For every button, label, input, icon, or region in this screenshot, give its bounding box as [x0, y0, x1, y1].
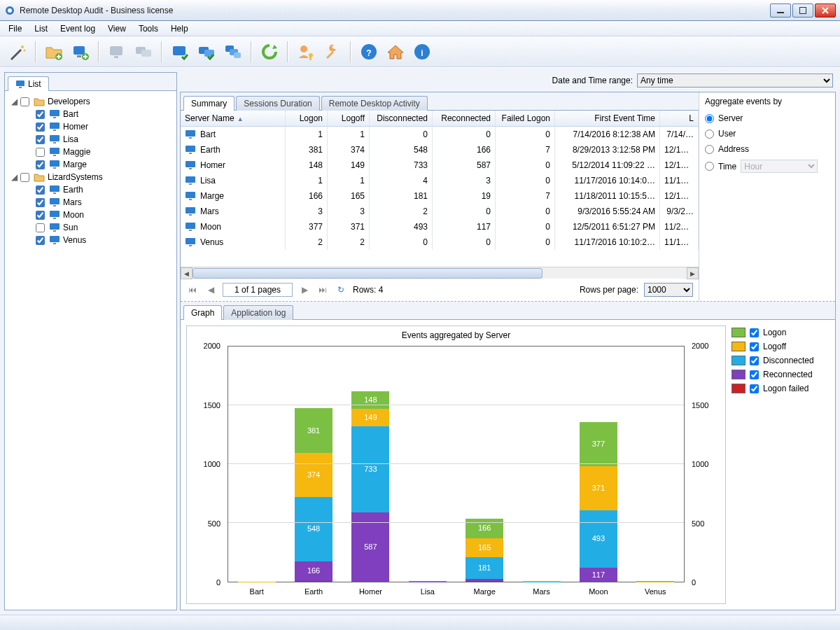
- time-unit-select[interactable]: Hour: [741, 160, 818, 173]
- next-page-button[interactable]: ▶: [298, 284, 311, 296]
- table-body[interactable]: Bart110007/14/2016 8:12:38 AM7/14/…Earth…: [181, 127, 699, 267]
- group-checkbox[interactable]: [20, 173, 29, 182]
- legend-item-disconnected[interactable]: Disconnected: [732, 354, 830, 368]
- scroll-left-icon[interactable]: ◀: [181, 267, 192, 279]
- item-checkbox[interactable]: [36, 236, 45, 245]
- scroll-right-icon[interactable]: ▶: [687, 267, 699, 279]
- aggregate-radio[interactable]: [705, 114, 714, 123]
- tree-item-lisa[interactable]: Lisa: [23, 133, 174, 146]
- prev-page-button[interactable]: ◀: [204, 284, 217, 296]
- horizontal-scrollbar[interactable]: ◀ ▶: [181, 267, 699, 279]
- menu-view[interactable]: View: [102, 22, 132, 35]
- server-tree[interactable]: ◢DevelopersBartHomerLisaMaggieMarge◢Liza…: [5, 91, 176, 610]
- server-check-2-button[interactable]: [195, 40, 218, 64]
- server-grey-1-button[interactable]: [105, 40, 129, 64]
- tree-item-moon[interactable]: Moon: [23, 209, 174, 221]
- group-checkbox[interactable]: [20, 97, 29, 106]
- maximize-button[interactable]: [792, 4, 813, 18]
- menu-file[interactable]: File: [3, 22, 27, 35]
- refresh-button[interactable]: [258, 40, 281, 64]
- tree-item-earth[interactable]: Earth: [23, 183, 174, 196]
- collapse-icon[interactable]: ◢: [10, 97, 18, 106]
- aggregate-option-server[interactable]: Server: [705, 111, 830, 126]
- legend-checkbox[interactable]: [750, 328, 759, 337]
- col-disconnected[interactable]: Disconnected: [370, 111, 433, 126]
- legend-item-logon[interactable]: Logon: [732, 326, 830, 340]
- tree-item-venus[interactable]: Venus: [23, 234, 174, 246]
- col-failed-logon[interactable]: Failed Logon: [496, 111, 555, 126]
- tree-group-developers[interactable]: ◢Developers: [8, 95, 174, 108]
- legend-checkbox[interactable]: [750, 356, 759, 365]
- col-first-event[interactable]: First Event Time: [555, 111, 660, 126]
- aggregate-radio[interactable]: [705, 130, 714, 139]
- legend-checkbox[interactable]: [750, 342, 759, 351]
- legend-item-reconnected[interactable]: Reconnected: [732, 368, 830, 382]
- tree-item-marge[interactable]: Marge: [23, 158, 174, 171]
- tab-list[interactable]: List: [8, 76, 49, 91]
- table-row[interactable]: Venus2200011/17/2016 10:10:2…11/17/…: [181, 234, 699, 250]
- minimize-button[interactable]: [770, 4, 791, 18]
- tab-sessions-duration[interactable]: Sessions Duration: [236, 96, 319, 111]
- tree-item-sun[interactable]: Sun: [23, 221, 174, 234]
- col-logon[interactable]: Logon: [286, 111, 328, 126]
- scroll-thumb[interactable]: [192, 268, 542, 279]
- item-checkbox[interactable]: [36, 223, 45, 232]
- help-button[interactable]: ?: [357, 40, 381, 64]
- server-check-1-button[interactable]: [168, 40, 192, 64]
- server-grey-2-button[interactable]: [132, 40, 155, 64]
- table-row[interactable]: Marge16616518119711/18/2011 10:15:5…12/1…: [181, 188, 699, 204]
- item-checkbox[interactable]: [36, 110, 45, 119]
- col-last-event[interactable]: L: [660, 111, 699, 126]
- table-row[interactable]: Mars332009/3/2016 5:55:24 AM9/3/2…: [181, 204, 699, 219]
- tree-item-maggie[interactable]: Maggie: [23, 146, 174, 158]
- item-checkbox[interactable]: [36, 198, 45, 207]
- date-range-select[interactable]: Any time: [637, 74, 833, 88]
- item-checkbox[interactable]: [36, 135, 45, 144]
- aggregate-option-time[interactable]: Time Hour: [705, 157, 830, 176]
- aggregate-option-address[interactable]: Address: [705, 141, 830, 157]
- table-row[interactable]: Moon377371493117012/5/2011 6:51:27 PM11/…: [181, 219, 699, 234]
- user-key-button[interactable]: [294, 40, 318, 64]
- collapse-icon[interactable]: ◢: [10, 172, 18, 182]
- tab-remote-desktop-activity[interactable]: Remote Desktop Activity: [321, 96, 428, 111]
- tab-application-log[interactable]: Application log: [223, 305, 293, 320]
- menu-tools[interactable]: Tools: [133, 22, 164, 35]
- item-checkbox[interactable]: [36, 186, 45, 195]
- menu-event-log[interactable]: Event log: [55, 22, 101, 35]
- menu-help[interactable]: Help: [165, 22, 194, 35]
- table-row[interactable]: Bart110007/14/2016 8:12:38 AM7/14/…: [181, 127, 699, 142]
- table-row[interactable]: Homer14814973358705/12/2014 11:09:22 …12…: [181, 158, 699, 173]
- aggregate-radio[interactable]: [705, 145, 714, 154]
- legend-checkbox[interactable]: [750, 370, 759, 379]
- refresh-icon[interactable]: ↻: [335, 284, 347, 296]
- wizard-button[interactable]: [6, 40, 29, 64]
- tree-group-lizardsystems[interactable]: ◢LizardSystems: [8, 171, 174, 183]
- tree-item-bart[interactable]: Bart: [23, 108, 174, 120]
- item-checkbox[interactable]: [36, 160, 45, 169]
- tree-item-mars[interactable]: Mars: [23, 196, 174, 209]
- home-button[interactable]: [384, 40, 407, 64]
- aggregate-option-user[interactable]: User: [705, 126, 830, 141]
- item-checkbox[interactable]: [36, 122, 45, 132]
- server-check-3-button[interactable]: [221, 40, 245, 64]
- aggregate-radio[interactable]: [705, 162, 714, 171]
- col-logoff[interactable]: Logoff: [328, 111, 370, 126]
- close-button[interactable]: [815, 4, 836, 18]
- table-row[interactable]: Earth38137454816678/29/2013 3:12:58 PM12…: [181, 142, 699, 158]
- item-checkbox[interactable]: [36, 148, 45, 157]
- legend-item-logon-failed[interactable]: Logon failed: [732, 382, 830, 396]
- table-row[interactable]: Lisa1143011/17/2016 10:14:0…11/18/…: [181, 173, 699, 188]
- rows-per-page-select[interactable]: 1000: [644, 283, 693, 297]
- legend-item-logoff[interactable]: Logoff: [732, 340, 830, 354]
- folder-add-button[interactable]: [42, 40, 66, 64]
- server-add-button[interactable]: [69, 40, 92, 64]
- tab-summary[interactable]: Summary: [183, 96, 234, 111]
- menu-list[interactable]: List: [29, 22, 53, 35]
- col-server-name[interactable]: Server Name▲: [181, 111, 286, 126]
- legend-checkbox[interactable]: [750, 384, 759, 393]
- last-page-button[interactable]: ⏭: [316, 284, 329, 296]
- col-reconnected[interactable]: Reconnected: [433, 111, 496, 126]
- info-button[interactable]: i: [410, 40, 434, 64]
- page-number-input[interactable]: [223, 283, 293, 297]
- tree-item-homer[interactable]: Homer: [23, 120, 174, 133]
